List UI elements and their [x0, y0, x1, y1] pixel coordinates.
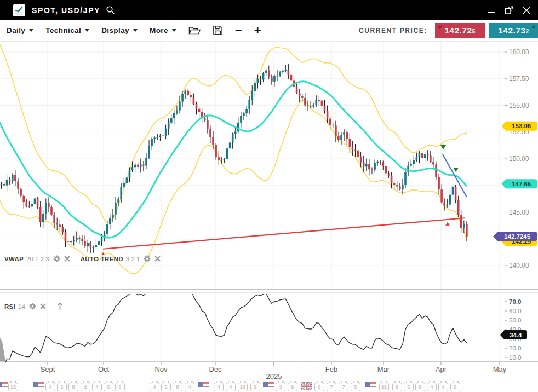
bid-price-value: 142.72 [444, 26, 472, 36]
calendar-event-icon[interactable]: 7 [339, 383, 348, 391]
minimize-button[interactable] [487, 5, 496, 15]
rsi-label: RSI [4, 303, 15, 310]
svg-text:142.7245: 142.7245 [504, 233, 531, 240]
us-flag-icon[interactable] [365, 382, 376, 390]
bid-price-pip: 5 [472, 28, 476, 34]
bid-price-badge[interactable]: 142.725 [435, 23, 485, 38]
zoom-in-button[interactable]: + [254, 25, 261, 36]
ask-price-pip: 2 [526, 28, 529, 34]
chevron-down-icon [29, 29, 33, 32]
calendar-event-icon[interactable]: 5 [57, 383, 67, 391]
svg-text:50.0: 50.0 [509, 317, 521, 324]
title-bar: SPOT, USD/JPY [0, 0, 538, 20]
app-logo-icon [13, 4, 25, 16]
window-title: SPOT, USD/JPY [32, 6, 100, 15]
calendar-event-icon[interactable]: 5 [404, 383, 414, 391]
calendar-event-icon[interactable]: 4 [92, 383, 102, 391]
price-up-arrow-icon [531, 25, 536, 28]
svg-text:10.0: 10.0 [509, 354, 521, 361]
calendar-event-icon[interactable]: 6 [314, 383, 324, 391]
svg-text:150.00: 150.00 [509, 155, 529, 163]
calendar-event-icon[interactable]: 10 [238, 383, 248, 391]
menu-more[interactable]: More [150, 26, 176, 34]
svg-text:157.50: 157.50 [509, 75, 529, 83]
zoom-out-button[interactable]: − [235, 25, 242, 36]
calendar-event-icon[interactable]: 2 [81, 383, 90, 391]
auto-trend-params: 3 2 1 [126, 256, 140, 262]
calendar-event-icon[interactable]: 4 [214, 383, 224, 391]
svg-text:2025: 2025 [266, 372, 282, 381]
svg-text:70.0: 70.0 [509, 298, 521, 305]
calendar-event-icon[interactable]: 7 [327, 383, 336, 391]
calendar-event-icon[interactable]: 8 [392, 383, 402, 391]
close-icon[interactable] [522, 5, 531, 15]
open-folder-icon[interactable] [188, 26, 201, 36]
current-price-label: CURRENT PRICE: [359, 27, 427, 34]
calendar-event-icon[interactable]: 5 [351, 383, 360, 391]
svg-text:May: May [493, 365, 507, 373]
uk-flag-icon[interactable] [301, 382, 312, 390]
svg-text:145.00: 145.00 [509, 209, 529, 216]
calendar-event-icon[interactable]: 11 [379, 383, 389, 391]
ask-price-badge[interactable]: 142.732 [489, 23, 538, 38]
auto-trend-remove-icon[interactable] [154, 256, 161, 262]
ask-price-value: 142.73 [498, 26, 525, 36]
svg-text:153.06: 153.06 [512, 123, 531, 129]
rsi-settings-icon[interactable] [29, 303, 36, 310]
calendar-event-icon[interactable]: 4 [185, 383, 194, 391]
calendar-event-icon[interactable]: 8 [68, 383, 78, 391]
calendar-event-icon[interactable]: 12 [8, 383, 18, 391]
svg-text:140.00: 140.00 [509, 262, 529, 269]
svg-text:60.0: 60.0 [509, 308, 521, 314]
svg-text:Mar: Mar [377, 365, 390, 373]
calendar-event-icon[interactable]: 4 [427, 383, 437, 391]
price-down-arrow-icon [438, 26, 442, 29]
search-icon[interactable] [106, 5, 115, 15]
vwap-remove-icon[interactable] [64, 256, 70, 262]
calendar-event-icon[interactable]: 5 [104, 383, 113, 391]
us-flag-icon[interactable] [263, 382, 274, 390]
rsi-legend-row: RSI 14 [4, 302, 64, 311]
calendar-event-icon[interactable]: 4 [438, 383, 448, 391]
save-icon[interactable] [213, 25, 223, 36]
calendar-event-icon[interactable]: 2 [250, 383, 260, 391]
popout-window-button[interactable] [504, 5, 514, 15]
vwap-params: 20 1 2 3 [26, 256, 49, 262]
menu-technical[interactable]: Technical [45, 26, 89, 34]
calendar-event-icon[interactable]: 4 [226, 383, 236, 391]
us-flag-icon[interactable] [0, 382, 8, 390]
svg-text:Dec: Dec [209, 365, 222, 373]
calendar-event-icon[interactable]: 8 [173, 383, 182, 391]
events-row: 12458245645844410239677511858446 [0, 382, 538, 392]
vwap-settings-icon[interactable] [53, 255, 60, 262]
calendar-event-icon[interactable]: 4 [150, 383, 159, 391]
calendar-event-icon[interactable]: 9 [288, 383, 297, 391]
calendar-event-icon[interactable]: 6 [115, 383, 125, 391]
indicator-legend-row: VWAP 20 1 2 3 AUTO TREND 3 2 1 [4, 255, 161, 262]
calendar-event-icon[interactable]: 5 [161, 383, 171, 391]
rsi-params: 14 [18, 303, 25, 310]
svg-text:34.4: 34.4 [510, 332, 522, 338]
menu-display[interactable]: Display [101, 26, 138, 34]
rsi-remove-icon[interactable] [40, 303, 46, 309]
chart-svg[interactable]: SeptOctNovDecFebMarAprMay2025160.00157.5… [0, 41, 538, 392]
chevron-down-icon [85, 29, 89, 32]
svg-text:20.0: 20.0 [509, 345, 521, 351]
svg-text:155.00: 155.00 [509, 102, 529, 109]
calendar-event-icon[interactable]: 6 [450, 383, 460, 391]
chevron-down-icon [172, 29, 176, 32]
svg-text:Feb: Feb [325, 365, 337, 373]
calendar-event-icon[interactable]: 3 [276, 383, 285, 391]
svg-text:Sept: Sept [41, 365, 55, 373]
price-chart[interactable]: SeptOctNovDecFebMarAprMay2025160.00157.5… [0, 41, 538, 392]
menu-daily[interactable]: Daily [7, 26, 33, 34]
svg-text:Oct: Oct [98, 365, 110, 373]
calendar-event-icon[interactable]: 4 [45, 383, 55, 391]
calendar-event-icon[interactable]: 8 [415, 383, 425, 391]
chart-toolbar: Daily Technical Display More − + CURRENT… [0, 20, 538, 41]
us-flag-icon[interactable] [198, 382, 209, 390]
auto-trend-settings-icon[interactable] [144, 255, 151, 262]
us-flag-icon[interactable] [33, 382, 44, 390]
panel-move-up-icon[interactable] [56, 302, 64, 311]
auto-trend-label: AUTO TREND [81, 256, 123, 262]
